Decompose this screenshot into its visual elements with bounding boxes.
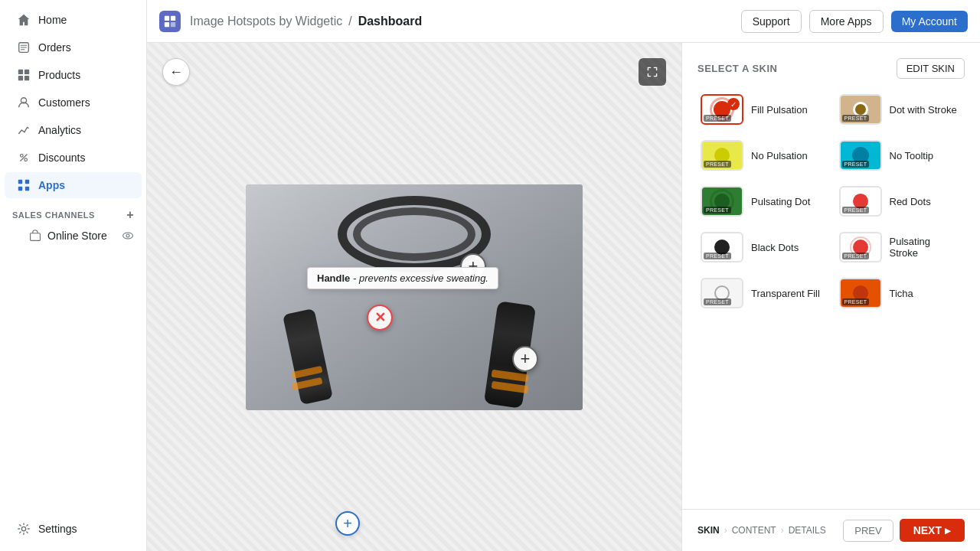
home-icon bbox=[17, 13, 31, 27]
main: Image Hotspots by Widgetic / Dashboard S… bbox=[147, 0, 980, 551]
svg-rect-4 bbox=[24, 76, 29, 80]
sidebar-item-customers-label: Customers bbox=[38, 96, 90, 109]
svg-rect-16 bbox=[165, 15, 169, 20]
skin-fill-pulsation-label: Fill Pulsation bbox=[751, 104, 808, 116]
sidebar-item-products-label: Products bbox=[38, 69, 80, 81]
next-button[interactable]: NEXT bbox=[900, 519, 965, 542]
svg-point-15 bbox=[21, 527, 25, 530]
orders-icon bbox=[17, 41, 31, 54]
svg-rect-2 bbox=[24, 70, 29, 74]
skin-red-dots-label: Red Dots bbox=[890, 196, 931, 207]
skin-black-dots-label: Black Dots bbox=[751, 242, 799, 253]
sales-channels-section: SALES CHANNELS + bbox=[0, 199, 146, 225]
sidebar-item-discounts-label: Discounts bbox=[38, 152, 85, 164]
sidebar-item-products[interactable]: Products bbox=[5, 62, 142, 88]
topbar: Image Hotspots by Widgetic / Dashboard S… bbox=[147, 0, 980, 43]
analytics-icon bbox=[17, 123, 31, 137]
sidebar-item-discounts[interactable]: Discounts bbox=[5, 145, 142, 171]
sidebar-item-apps[interactable]: Apps bbox=[5, 172, 142, 198]
skin-no-tooltip[interactable]: PRESET No Tooltip bbox=[836, 137, 965, 174]
svg-rect-11 bbox=[25, 187, 29, 191]
svg-point-14 bbox=[126, 234, 129, 237]
panel-title: SELECT A SKIN bbox=[697, 63, 778, 74]
svg-rect-18 bbox=[165, 21, 169, 26]
online-store-icon bbox=[29, 230, 41, 242]
hotspot-3[interactable]: + bbox=[512, 346, 538, 372]
skin-preview-pulsating-stroke: PRESET bbox=[839, 232, 882, 262]
skin-preview-ticha: PRESET bbox=[839, 278, 882, 308]
skin-no-tooltip-label: No Tooltip bbox=[890, 150, 934, 161]
sidebar-item-orders[interactable]: Orders bbox=[5, 34, 142, 60]
skin-preview-red-dots: PRESET bbox=[839, 186, 882, 217]
skin-transparent-fill-label: Transparent Fill bbox=[751, 288, 820, 299]
tooltip-bubble: Handle - prevents excessive sweating. bbox=[307, 267, 498, 289]
hotspot-2[interactable]: ✕ bbox=[367, 305, 393, 331]
customers-icon bbox=[17, 96, 31, 109]
panel-footer: SKIN › CONTENT › DETAILS PREV NEXT bbox=[682, 509, 980, 551]
my-account-button[interactable]: My Account bbox=[891, 11, 968, 32]
svg-point-6 bbox=[21, 155, 24, 158]
tooltip-bold-text: Handle bbox=[317, 272, 350, 284]
panel-header: SELECT A SKIN EDIT SKIN bbox=[697, 58, 965, 79]
skin-preview-pulsating-dot: PRESET bbox=[701, 186, 743, 217]
back-button[interactable]: ← bbox=[162, 58, 190, 86]
online-store-label: Online Store bbox=[47, 230, 107, 242]
edit-skin-button[interactable]: EDIT SKIN bbox=[897, 58, 965, 79]
image-container: Handle - prevents excessive sweating. + … bbox=[246, 184, 583, 410]
skin-dot-with-stroke[interactable]: PRESET Dot with Stroke bbox=[836, 91, 965, 128]
topbar-actions: Support More Apps My Account bbox=[741, 10, 968, 33]
sidebar-item-apps-label: Apps bbox=[38, 179, 65, 191]
selected-checkmark: ✓ bbox=[727, 98, 740, 110]
sidebar-item-online-store[interactable]: Online Store bbox=[0, 225, 146, 246]
skin-no-pulsation[interactable]: PRESET No Pulsation bbox=[697, 137, 827, 174]
online-store-eye-icon[interactable] bbox=[122, 230, 134, 242]
skin-transparent-fill[interactable]: PRESET Transparent Fill bbox=[697, 275, 827, 311]
settings-icon bbox=[17, 522, 31, 536]
sidebar-item-settings-label: Settings bbox=[38, 523, 77, 535]
sidebar-item-customers[interactable]: Customers bbox=[5, 90, 142, 116]
svg-rect-17 bbox=[171, 15, 175, 20]
skin-pulsating-dot-label: Pulsating Dot bbox=[751, 196, 810, 207]
skin-panel: SELECT A SKIN EDIT SKIN ✓ PRESET Fill bbox=[681, 43, 980, 551]
add-sales-channel-icon[interactable]: + bbox=[126, 208, 134, 222]
app-icon bbox=[159, 11, 181, 32]
skin-grid: ✓ PRESET Fill Pulsation PRESET Dot with … bbox=[697, 91, 965, 311]
skin-preview-dot-with-stroke: PRESET bbox=[839, 94, 882, 125]
products-icon bbox=[17, 68, 31, 82]
apps-icon bbox=[17, 178, 31, 192]
sidebar-item-home-label: Home bbox=[38, 14, 67, 26]
footer-buttons: PREV NEXT bbox=[843, 519, 965, 542]
step-details: DETAILS bbox=[789, 525, 826, 536]
svg-rect-8 bbox=[18, 180, 22, 184]
skin-fill-pulsation[interactable]: ✓ PRESET Fill Pulsation bbox=[697, 91, 827, 128]
svg-rect-10 bbox=[18, 187, 22, 191]
sidebar-item-analytics-label: Analytics bbox=[38, 124, 81, 136]
skin-pulsating-stroke[interactable]: PRESET Pulsating Stroke bbox=[836, 229, 965, 266]
prev-button[interactable]: PREV bbox=[843, 520, 893, 542]
fullscreen-button[interactable] bbox=[639, 58, 666, 86]
support-button[interactable]: Support bbox=[741, 10, 802, 33]
sidebar-item-orders-label: Orders bbox=[38, 41, 71, 54]
tooltip-italic-text: - prevents excessive sweating. bbox=[350, 272, 488, 284]
skin-ticha[interactable]: PRESET Ticha bbox=[836, 275, 965, 311]
breadcrumb-app-name: Image Hotspots by Widgetic bbox=[190, 15, 342, 28]
jump-rope-image bbox=[246, 184, 583, 410]
svg-rect-12 bbox=[31, 233, 41, 241]
sidebar-item-analytics[interactable]: Analytics bbox=[5, 117, 142, 143]
skin-preview-fill-pulsation: ✓ PRESET bbox=[701, 94, 743, 125]
breadcrumb: Image Hotspots by Widgetic / Dashboard bbox=[190, 15, 422, 28]
skin-preview-transparent-fill: PRESET bbox=[701, 278, 743, 308]
skin-ticha-label: Ticha bbox=[890, 288, 913, 299]
svg-rect-9 bbox=[25, 180, 29, 184]
content-area: ← bbox=[147, 43, 980, 551]
skin-red-dots[interactable]: PRESET Red Dots bbox=[836, 183, 965, 220]
skin-black-dots[interactable]: PRESET Black Dots bbox=[697, 229, 827, 266]
add-hotspot-button[interactable]: + bbox=[335, 511, 360, 536]
step-content: CONTENT bbox=[732, 525, 776, 536]
sidebar-item-settings[interactable]: Settings bbox=[5, 516, 142, 542]
more-apps-button[interactable]: More Apps bbox=[809, 10, 884, 33]
sidebar-item-home[interactable]: Home bbox=[5, 7, 142, 33]
skin-pulsating-dot[interactable]: PRESET Pulsating Dot bbox=[697, 183, 827, 220]
skin-preview-black-dots: PRESET bbox=[701, 232, 743, 262]
canvas-area: ← bbox=[147, 43, 681, 551]
